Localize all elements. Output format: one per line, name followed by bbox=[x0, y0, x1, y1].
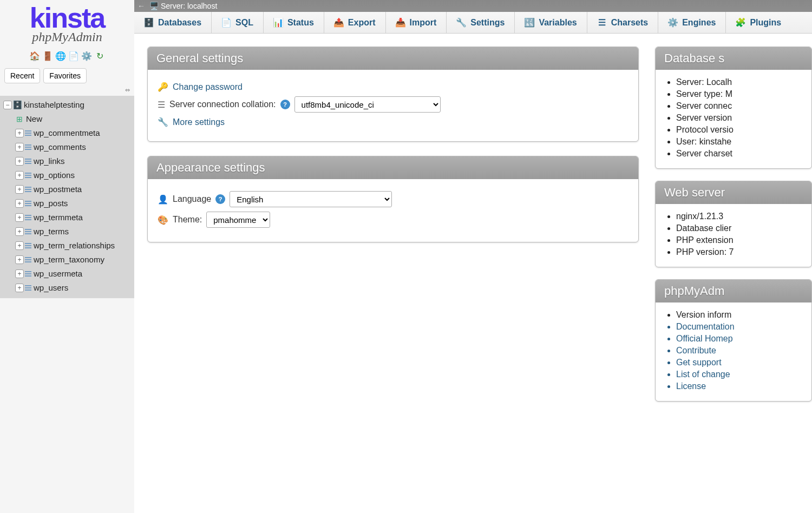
wrench-icon: 🔧 bbox=[158, 117, 168, 127]
tree-table-label: wp_term_taxonomy bbox=[34, 255, 104, 264]
serverbar-label: Server: localhost bbox=[161, 2, 217, 10]
info-item: PHP version: 7 bbox=[676, 247, 811, 257]
tab-favorites[interactable]: Favorites bbox=[43, 68, 87, 83]
panel-general-settings: General settings 🔑 Change password ☰ Ser… bbox=[147, 47, 639, 142]
tree-table-node[interactable]: +wp_term_relationships bbox=[0, 239, 134, 253]
back-icon[interactable]: ← bbox=[137, 2, 147, 10]
tab-charsets[interactable]: ☰Charsets bbox=[587, 12, 658, 33]
expand-icon[interactable]: + bbox=[15, 185, 24, 194]
home-icon[interactable]: 🏠 bbox=[29, 51, 40, 62]
tree-db-node[interactable]: − 🗄️ kinstahelptesting bbox=[0, 98, 134, 112]
info-item: Server: Localh bbox=[676, 77, 811, 87]
help-icon[interactable]: ? bbox=[280, 100, 290, 109]
tree-table-node[interactable]: +wp_usermeta bbox=[0, 267, 134, 281]
collation-icon: ☰ bbox=[158, 100, 165, 110]
tree-new[interactable]: ⊞ New bbox=[0, 112, 134, 126]
info-item: Version inform bbox=[676, 310, 811, 320]
tree-table-node[interactable]: +wp_terms bbox=[0, 225, 134, 239]
tab-engines[interactable]: ⚙️Engines bbox=[658, 12, 726, 33]
panel-title: Appearance settings bbox=[148, 156, 638, 179]
expand-icon[interactable]: + bbox=[15, 284, 24, 292]
tree-table-node[interactable]: +wp_links bbox=[0, 154, 134, 168]
help-icon[interactable]: ? bbox=[215, 194, 225, 204]
tab-variables[interactable]: 🔣Variables bbox=[515, 12, 587, 33]
tree-table-label: wp_links bbox=[34, 156, 65, 166]
expand-icon[interactable]: + bbox=[15, 227, 24, 236]
table-icon bbox=[25, 144, 31, 150]
language-select[interactable]: English bbox=[230, 191, 392, 207]
expand-icon[interactable]: + bbox=[15, 157, 24, 166]
nav-tree: − 🗄️ kinstahelptesting ⊞ New +wp_comment… bbox=[0, 96, 134, 298]
collation-select[interactable]: utf8mb4_unicode_ci bbox=[294, 96, 441, 113]
nav-settings-icon[interactable]: ⚙️ bbox=[81, 51, 92, 62]
tree-table-node[interactable]: +wp_posts bbox=[0, 196, 134, 211]
more-settings-link[interactable]: More settings bbox=[173, 117, 225, 127]
logout-icon[interactable]: 🚪 bbox=[42, 51, 53, 62]
expand-icon[interactable]: + bbox=[15, 269, 24, 278]
plugins-icon: 🧩 bbox=[736, 18, 745, 28]
tree-table-node[interactable]: +wp_comments bbox=[0, 140, 134, 154]
info-item[interactable]: Documentation bbox=[676, 322, 811, 332]
expand-icon[interactable]: + bbox=[15, 171, 24, 180]
info-item: User: kinstahe bbox=[676, 137, 811, 147]
table-icon bbox=[25, 187, 31, 192]
theme-select[interactable]: pmahomme bbox=[206, 212, 270, 228]
table-icon bbox=[25, 173, 31, 178]
info-item: Database clier bbox=[676, 223, 811, 233]
table-icon bbox=[25, 130, 31, 136]
info-item[interactable]: Official Homep bbox=[676, 334, 811, 344]
expand-icon[interactable]: + bbox=[15, 241, 24, 250]
collapse-handle[interactable]: ⇔ bbox=[0, 87, 134, 96]
tree-table-node[interactable]: +wp_users bbox=[0, 281, 134, 295]
tree-table-node[interactable]: +wp_termmeta bbox=[0, 211, 134, 225]
info-item[interactable]: Contribute bbox=[676, 346, 811, 356]
export-icon: 📤 bbox=[334, 18, 344, 28]
tab-databases[interactable]: 🗄️Databases bbox=[134, 12, 212, 33]
tab-settings[interactable]: 🔧Settings bbox=[447, 12, 515, 33]
tree-table-node[interactable]: +wp_options bbox=[0, 168, 134, 182]
tree-table-label: wp_usermeta bbox=[34, 269, 82, 278]
tree-table-node[interactable]: +wp_postmeta bbox=[0, 182, 134, 196]
panel-web-server: Web server nginx/1.21.3Database clierPHP… bbox=[655, 181, 812, 267]
info-item[interactable]: Get support bbox=[676, 358, 811, 367]
sql-icon[interactable]: 📄 bbox=[68, 51, 79, 62]
expand-icon[interactable]: + bbox=[15, 129, 24, 137]
tab-label: Plugins bbox=[750, 18, 781, 28]
panel-appearance-settings: Appearance settings 👤 Language ? English… bbox=[147, 156, 639, 242]
tab-plugins[interactable]: 🧩Plugins bbox=[726, 12, 791, 33]
tab-recent[interactable]: Recent bbox=[4, 68, 40, 83]
table-icon bbox=[25, 285, 31, 291]
collapse-icon[interactable]: − bbox=[3, 101, 12, 109]
expand-icon[interactable]: + bbox=[15, 213, 24, 222]
table-icon bbox=[25, 243, 31, 248]
expand-icon[interactable]: + bbox=[15, 255, 24, 264]
tree-table-node[interactable]: +wp_commentmeta bbox=[0, 126, 134, 140]
server-icon: 🖥️ bbox=[149, 2, 159, 10]
table-icon bbox=[25, 271, 31, 277]
tab-export[interactable]: 📤Export bbox=[324, 12, 386, 33]
database-icon: 🗄️ bbox=[13, 101, 22, 109]
table-icon bbox=[25, 215, 31, 220]
panel-phpmyadmin: phpMyAdm Version informDocumentationOffi… bbox=[655, 279, 812, 402]
theme-label: Theme: bbox=[173, 215, 202, 225]
tab-label: Settings bbox=[470, 18, 505, 28]
info-item: Server charset bbox=[676, 149, 811, 159]
tab-label: Charsets bbox=[611, 18, 648, 28]
docs-icon[interactable]: 🌐 bbox=[55, 51, 66, 62]
tab-label: SQL bbox=[235, 18, 253, 28]
change-password-link[interactable]: Change password bbox=[173, 82, 243, 92]
logo: kinsta phpMyAdmin bbox=[0, 0, 134, 48]
expand-icon[interactable]: + bbox=[15, 143, 24, 152]
tree-table-node[interactable]: +wp_term_taxonomy bbox=[0, 253, 134, 267]
info-item[interactable]: License bbox=[676, 382, 811, 391]
tab-sql[interactable]: 📄SQL bbox=[212, 12, 264, 33]
tab-status[interactable]: 📊Status bbox=[264, 12, 324, 33]
tab-import[interactable]: 📥Import bbox=[386, 12, 447, 33]
sidebar-tabs: Recent Favorites bbox=[0, 65, 134, 87]
content: General settings 🔑 Change password ☰ Ser… bbox=[134, 34, 812, 415]
expand-icon[interactable]: + bbox=[15, 199, 24, 208]
tree-table-label: wp_term_relationships bbox=[34, 241, 115, 250]
info-item[interactable]: List of change bbox=[676, 370, 811, 379]
import-icon: 📥 bbox=[396, 18, 405, 28]
reload-icon[interactable]: ↻ bbox=[94, 51, 105, 62]
